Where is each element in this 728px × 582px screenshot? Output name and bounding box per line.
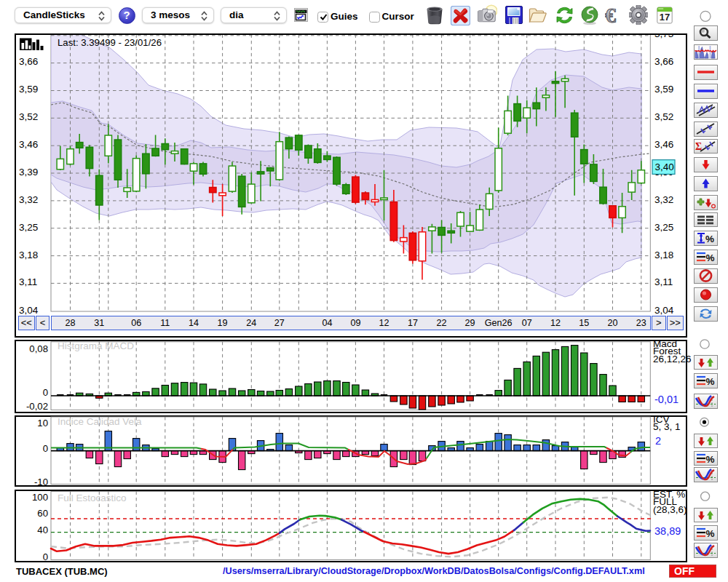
svg-text:3,32: 3,32 xyxy=(19,194,38,205)
svg-text:0: 0 xyxy=(43,551,48,561)
svg-text:3,40: 3,40 xyxy=(655,162,674,172)
svg-text:Indice Calidad Vela: Indice Calidad Vela xyxy=(58,416,142,427)
svg-text:€: € xyxy=(605,4,616,26)
svg-text:Full Estocastico: Full Estocastico xyxy=(58,493,127,503)
svg-text:3,66: 3,66 xyxy=(19,56,38,67)
svg-text:3,04: 3,04 xyxy=(19,305,39,316)
svg-text:100: 100 xyxy=(32,492,48,503)
svg-text:3,73: 3,73 xyxy=(654,35,673,39)
svg-text:-0,02: -0,02 xyxy=(26,401,48,412)
svg-text:3,11: 3,11 xyxy=(19,276,37,287)
svg-text:3,32: 3,32 xyxy=(654,194,673,205)
svg-text:3,59: 3,59 xyxy=(654,84,673,95)
svg-text:0,08: 0,08 xyxy=(29,343,48,354)
svg-text:3,46: 3,46 xyxy=(19,139,38,150)
svg-text:3,39: 3,39 xyxy=(19,167,38,178)
svg-text:3,25: 3,25 xyxy=(19,222,38,233)
svg-text:3,52: 3,52 xyxy=(654,111,673,122)
svg-text:3,46: 3,46 xyxy=(654,139,673,150)
svg-text:10: 10 xyxy=(37,418,48,428)
svg-text:Histgrama MACD: Histgrama MACD xyxy=(58,341,134,351)
svg-text:3,59: 3,59 xyxy=(19,84,38,95)
svg-text:40: 40 xyxy=(37,525,48,535)
svg-text:17: 17 xyxy=(660,12,670,23)
svg-text:3,25: 3,25 xyxy=(654,222,673,233)
svg-text:3,04: 3,04 xyxy=(654,305,674,316)
svg-text:-10: -10 xyxy=(34,477,48,485)
svg-text:60: 60 xyxy=(37,508,48,519)
svg-text:3,18: 3,18 xyxy=(19,250,38,260)
svg-text:3,52: 3,52 xyxy=(19,111,38,122)
svg-text:Last: 3.39499 - 23/01/26: Last: 3.39499 - 23/01/26 xyxy=(58,37,162,48)
svg-text:3,66: 3,66 xyxy=(654,56,673,67)
svg-text:3,18: 3,18 xyxy=(654,250,673,260)
svg-text:0: 0 xyxy=(43,443,48,454)
svg-text:0: 0 xyxy=(43,387,48,398)
svg-text:3,11: 3,11 xyxy=(654,276,673,287)
